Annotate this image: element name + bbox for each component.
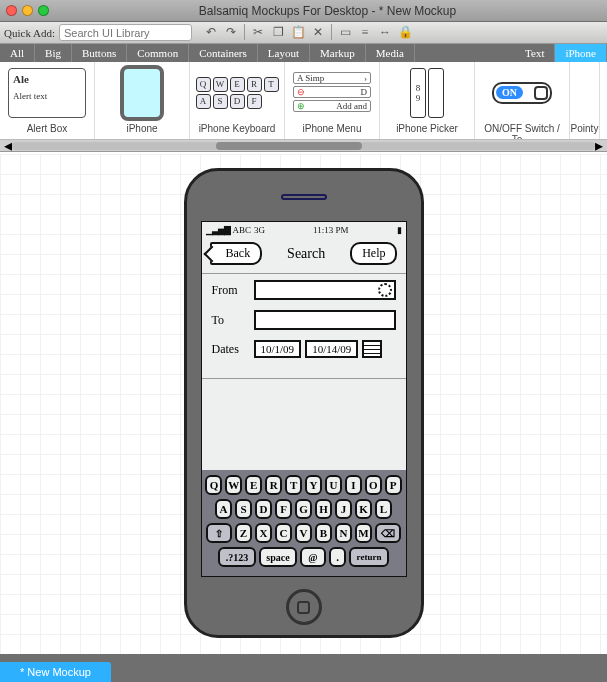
cut-icon[interactable]: ✂ (249, 24, 267, 41)
key-q[interactable]: Q (205, 475, 222, 495)
key-p[interactable]: P (385, 475, 402, 495)
key-r[interactable]: R (265, 475, 282, 495)
scroll-right-icon[interactable]: ▸ (595, 136, 603, 155)
palette-onoff-switch[interactable]: ON ON/OFF Switch / To… (475, 62, 570, 139)
category-text[interactable]: Text (515, 44, 555, 62)
undo-icon[interactable]: ↶ (202, 24, 220, 41)
palette-pointy[interactable]: Pointy (570, 62, 600, 139)
design-canvas[interactable]: ▁▃▅▇ ABC 3G 11:13 PM ▮ Back Search Help … (0, 154, 607, 654)
palette-iphone[interactable]: iPhone (95, 62, 190, 139)
window-titlebar: Balsamiq Mockups For Desktop - * New Moc… (0, 0, 607, 22)
palette-alert-box[interactable]: AleAlert text Alert Box (0, 62, 95, 139)
key-n[interactable]: N (335, 523, 352, 543)
align-icon[interactable]: ≡ (356, 24, 374, 41)
category-iphone[interactable]: iPhone (555, 44, 607, 62)
key-f[interactable]: F (275, 499, 292, 519)
quick-add-input[interactable] (59, 24, 192, 41)
key-s[interactable]: S (235, 499, 252, 519)
size-icon[interactable]: ↔ (376, 24, 394, 41)
key-y[interactable]: Y (305, 475, 322, 495)
window-title: Balsamiq Mockups For Desktop - * New Moc… (54, 4, 601, 18)
document-tab[interactable]: * New Mockup (0, 662, 111, 682)
quick-add-toolbar: Quick Add: ↶ ↷ ✂ ❐ 📋 ✕ ▭ ≡ ↔ 🔒 (0, 22, 607, 44)
category-markup[interactable]: Markup (310, 44, 366, 62)
key-numbers[interactable]: .?123 (218, 547, 256, 567)
key-c[interactable]: C (275, 523, 292, 543)
key-d[interactable]: D (255, 499, 272, 519)
key-z[interactable]: Z (235, 523, 252, 543)
category-tabs: All Big Buttons Common Containers Layout… (0, 44, 607, 62)
category-big[interactable]: Big (35, 44, 72, 62)
onscreen-keyboard: Q W E R T Y U I O P A S D F G H (202, 470, 406, 576)
component-palette: AleAlert text Alert Box iPhone QWERT ASD… (0, 62, 607, 140)
palette-iphone-menu[interactable]: A Simp› ⊖D ⊕Add and iPhone Menu (285, 62, 380, 139)
carrier-label: ABC (233, 225, 252, 235)
delete-icon[interactable]: ✕ (309, 24, 327, 41)
key-t[interactable]: T (285, 475, 302, 495)
redo-icon[interactable]: ↷ (222, 24, 240, 41)
category-media[interactable]: Media (366, 44, 415, 62)
key-space[interactable]: space (259, 547, 297, 567)
key-i[interactable]: I (345, 475, 362, 495)
group-icon[interactable]: ▭ (336, 24, 354, 41)
divider (202, 378, 406, 379)
key-o[interactable]: O (365, 475, 382, 495)
key-l[interactable]: L (375, 499, 392, 519)
palette-scrollbar[interactable]: ◂ ▸ (0, 140, 607, 152)
key-e[interactable]: E (245, 475, 262, 495)
key-g[interactable]: G (295, 499, 312, 519)
toolbar-divider (244, 24, 245, 40)
quick-add-label: Quick Add: (4, 27, 55, 39)
to-input[interactable] (254, 310, 396, 330)
zoom-window-icon[interactable] (38, 5, 49, 16)
home-icon (297, 601, 310, 614)
to-label: To (212, 313, 254, 328)
iphone-screen: ▁▃▅▇ ABC 3G 11:13 PM ▮ Back Search Help … (201, 221, 407, 577)
calendar-icon[interactable] (362, 340, 382, 358)
category-containers[interactable]: Containers (189, 44, 258, 62)
screen-title: Search (287, 246, 325, 262)
key-h[interactable]: H (315, 499, 332, 519)
key-u[interactable]: U (325, 475, 342, 495)
scrollbar-thumb[interactable] (216, 142, 362, 150)
home-button[interactable] (286, 589, 322, 625)
clock-label: 11:13 PM (265, 225, 396, 235)
minimize-window-icon[interactable] (22, 5, 33, 16)
key-x[interactable]: X (255, 523, 272, 543)
key-w[interactable]: W (225, 475, 242, 495)
signal-bars-icon: ▁▃▅▇ (206, 225, 230, 235)
close-window-icon[interactable] (6, 5, 17, 16)
palette-iphone-picker[interactable]: 89 iPhone Picker (380, 62, 475, 139)
back-button[interactable]: Back (210, 242, 263, 265)
date-end-input[interactable]: 10/14/09 (305, 340, 358, 358)
key-b[interactable]: B (315, 523, 332, 543)
key-dot[interactable]: . (329, 547, 346, 567)
category-layout[interactable]: Layout (258, 44, 310, 62)
toolbar-icons: ↶ ↷ ✂ ❐ 📋 ✕ ▭ ≡ ↔ 🔒 (202, 24, 414, 41)
key-m[interactable]: M (355, 523, 372, 543)
network-label: 3G (254, 225, 265, 235)
category-common[interactable]: Common (127, 44, 189, 62)
key-a[interactable]: A (215, 499, 232, 519)
search-form: From To Dates 10/1/09 10/14/09 (202, 274, 406, 374)
copy-icon[interactable]: ❐ (269, 24, 287, 41)
key-return[interactable]: return (349, 547, 389, 567)
date-start-input[interactable]: 10/1/09 (254, 340, 302, 358)
key-k[interactable]: K (355, 499, 372, 519)
toolbar-divider (331, 24, 332, 40)
key-at[interactable]: @ (300, 547, 326, 567)
key-j[interactable]: J (335, 499, 352, 519)
help-button[interactable]: Help (350, 242, 397, 265)
key-backspace[interactable]: ⌫ (375, 523, 401, 543)
from-input[interactable] (254, 280, 396, 300)
palette-iphone-keyboard[interactable]: QWERT ASDF iPhone Keyboard (190, 62, 285, 139)
category-all[interactable]: All (0, 44, 35, 62)
nav-bar: Back Search Help (202, 238, 406, 269)
key-shift[interactable]: ⇧ (206, 523, 232, 543)
lock-icon[interactable]: 🔒 (396, 24, 414, 41)
scroll-left-icon[interactable]: ◂ (4, 136, 12, 155)
paste-icon[interactable]: 📋 (289, 24, 307, 41)
iphone-frame[interactable]: ▁▃▅▇ ABC 3G 11:13 PM ▮ Back Search Help … (184, 168, 424, 638)
key-v[interactable]: V (295, 523, 312, 543)
category-buttons[interactable]: Buttons (72, 44, 127, 62)
